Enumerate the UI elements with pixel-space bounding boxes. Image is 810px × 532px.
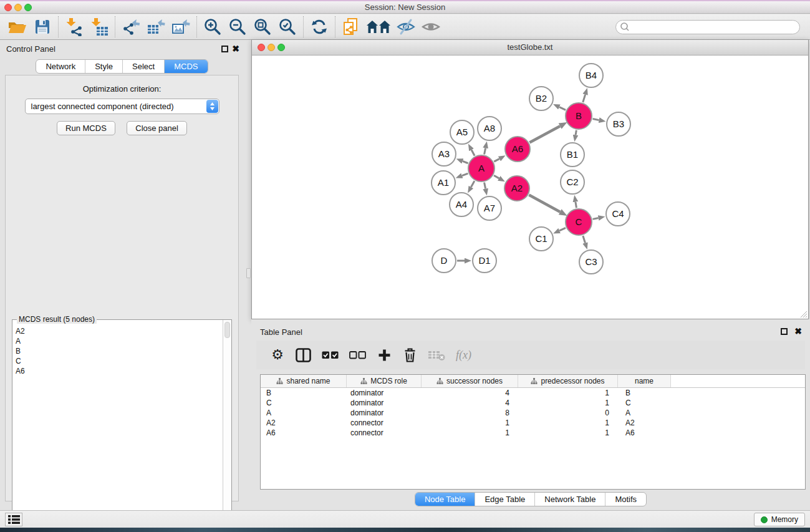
import-table-button[interactable]	[87, 16, 112, 38]
minimize-traffic-light[interactable]	[14, 4, 22, 11]
table-cell[interactable]: 1	[518, 428, 618, 437]
tab-select[interactable]: Select	[122, 60, 164, 73]
tab-mcds[interactable]: MCDS	[164, 60, 207, 73]
tab-node-table[interactable]: Node Table	[415, 493, 475, 506]
graph-edge-A-A4[interactable]	[471, 181, 474, 187]
mcds-result-item[interactable]: B	[16, 346, 223, 356]
table-cell[interactable]: 1	[422, 418, 518, 427]
close-panel-button[interactable]: Close panel	[127, 121, 187, 135]
table-cell[interactable]: 1	[518, 389, 618, 397]
table-row[interactable]: A6connector11A6	[261, 428, 805, 438]
graph-edge-A-A3[interactable]	[463, 161, 468, 163]
table-cell[interactable]: connector	[347, 428, 422, 437]
delete-columns-button[interactable]	[402, 346, 417, 364]
clone-network-button[interactable]	[339, 16, 364, 38]
add-column-button[interactable]	[377, 346, 392, 364]
search-input[interactable]	[630, 21, 799, 32]
graph-edge-A6-B[interactable]	[529, 126, 560, 142]
import-network-button[interactable]	[62, 16, 87, 38]
table-row[interactable]: Adominator80A	[261, 408, 805, 418]
select-all-button[interactable]	[322, 346, 339, 364]
mcds-result-item[interactable]: A2	[16, 326, 223, 336]
column-header-shared-name[interactable]: shared name	[261, 375, 347, 387]
memory-button[interactable]: Memory	[754, 513, 805, 526]
panel-divider-grip[interactable]	[246, 268, 251, 278]
graph-edge-A-A7[interactable]	[485, 183, 486, 189]
table-cell[interactable]: A	[261, 409, 347, 417]
graph-edge-B-B3[interactable]	[593, 119, 599, 120]
table-cell[interactable]: connector	[347, 418, 422, 427]
network-canvas[interactable]: AA1A2A3A4A5A6A7A8BB1B2B3B4CC1C2C3C4DD1	[252, 56, 808, 319]
graph-edge-B-B2[interactable]	[559, 107, 566, 110]
table-cell[interactable]: A2	[261, 418, 347, 427]
graph-edge-A-A1[interactable]	[462, 173, 468, 176]
table-float-window-icon[interactable]	[781, 328, 788, 335]
function-builder-button[interactable]: f(x)	[456, 346, 471, 364]
graph-edge-C-C4[interactable]	[593, 218, 599, 219]
table-cell[interactable]: 1	[518, 418, 618, 427]
network-maximize-traffic-light[interactable]	[277, 44, 285, 51]
graph-edge-C-C3[interactable]	[583, 236, 586, 243]
zoom-fit-button[interactable]	[250, 16, 275, 38]
table-cell[interactable]: C	[261, 399, 347, 407]
delete-table-button[interactable]	[428, 346, 445, 364]
float-window-icon[interactable]	[221, 46, 228, 52]
zoom-in-button[interactable]	[200, 16, 225, 38]
table-cell[interactable]: 1	[518, 399, 618, 407]
table-cell[interactable]: A	[618, 409, 671, 417]
table-row[interactable]: A2connector11A2	[261, 418, 805, 428]
table-cell[interactable]: 4	[422, 399, 518, 407]
tab-style[interactable]: Style	[85, 60, 122, 73]
deselect-all-button[interactable]	[349, 346, 366, 364]
criterion-dropdown[interactable]: largest connected component (directed)	[25, 99, 219, 114]
search-field[interactable]	[615, 20, 800, 34]
mcds-result-item[interactable]: A	[16, 336, 223, 346]
zoom-selected-button[interactable]	[275, 16, 300, 38]
task-history-button[interactable]	[5, 513, 22, 526]
show-columns-button[interactable]	[296, 346, 311, 364]
network-window-titlebar[interactable]: testGlobe.txt	[252, 40, 808, 56]
result-scrollbar[interactable]	[223, 320, 231, 532]
save-session-button[interactable]	[30, 16, 55, 38]
mcds-result-item[interactable]: A6	[16, 366, 223, 376]
hide-panel-button[interactable]	[393, 16, 418, 38]
refresh-button[interactable]	[307, 16, 332, 38]
graph-edge-A-A5[interactable]	[471, 150, 475, 155]
table-row[interactable]: Cdominator41C	[261, 398, 805, 408]
graph-edge-A-A8[interactable]	[485, 148, 486, 154]
table-cell[interactable]: A6	[618, 428, 671, 437]
table-cell[interactable]: C	[618, 399, 671, 407]
table-cell[interactable]: 0	[518, 409, 618, 417]
tab-network[interactable]: Network	[36, 60, 85, 73]
graph-edge-B-B1[interactable]	[576, 130, 576, 135]
graph-edge-C-C2[interactable]	[576, 202, 577, 208]
zoom-out-button[interactable]	[225, 16, 250, 38]
network-minimize-traffic-light[interactable]	[268, 44, 275, 51]
network-graph[interactable]: AA1A2A3A4A5A6A7A8BB1B2B3B4CC1C2C3C4DD1	[252, 56, 808, 319]
table-settings-button[interactable]: ⚙	[270, 346, 285, 364]
table-cell[interactable]: 8	[422, 409, 518, 417]
tab-network-table[interactable]: Network Table	[534, 493, 605, 506]
tab-motifs[interactable]: Motifs	[605, 493, 646, 506]
table-cell[interactable]: 4	[422, 389, 518, 397]
mcds-result-item[interactable]: C	[16, 356, 223, 366]
resize-grip-icon[interactable]	[799, 310, 808, 318]
home-layout-button[interactable]	[364, 16, 393, 38]
column-header-MCDS-role[interactable]: MCDS role	[347, 375, 422, 387]
graph-edge-C-C1[interactable]	[559, 228, 566, 230]
table-cell[interactable]: dominator	[347, 409, 422, 417]
column-header-predecessor-nodes[interactable]: predecessor nodes	[518, 375, 618, 387]
show-panel-button[interactable]	[418, 16, 443, 38]
graph-edge-A-A2[interactable]	[494, 175, 499, 178]
network-close-traffic-light[interactable]	[258, 44, 265, 51]
tab-edge-table[interactable]: Edge Table	[475, 493, 534, 506]
export-image-button[interactable]	[168, 16, 193, 38]
export-table-button[interactable]	[143, 16, 168, 38]
graph-edge-A-A6[interactable]	[494, 159, 499, 162]
maximize-traffic-light[interactable]	[24, 4, 32, 11]
column-header-name[interactable]: name	[618, 375, 671, 387]
table-cell[interactable]: B	[261, 389, 347, 397]
table-cell[interactable]: dominator	[347, 389, 422, 397]
close-panel-icon[interactable]: ✖	[232, 44, 239, 54]
close-traffic-light[interactable]	[4, 4, 12, 11]
